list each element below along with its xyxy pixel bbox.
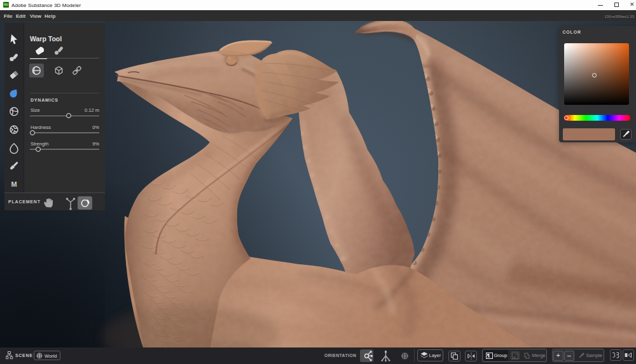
svg-text:M: M <box>11 180 17 188</box>
